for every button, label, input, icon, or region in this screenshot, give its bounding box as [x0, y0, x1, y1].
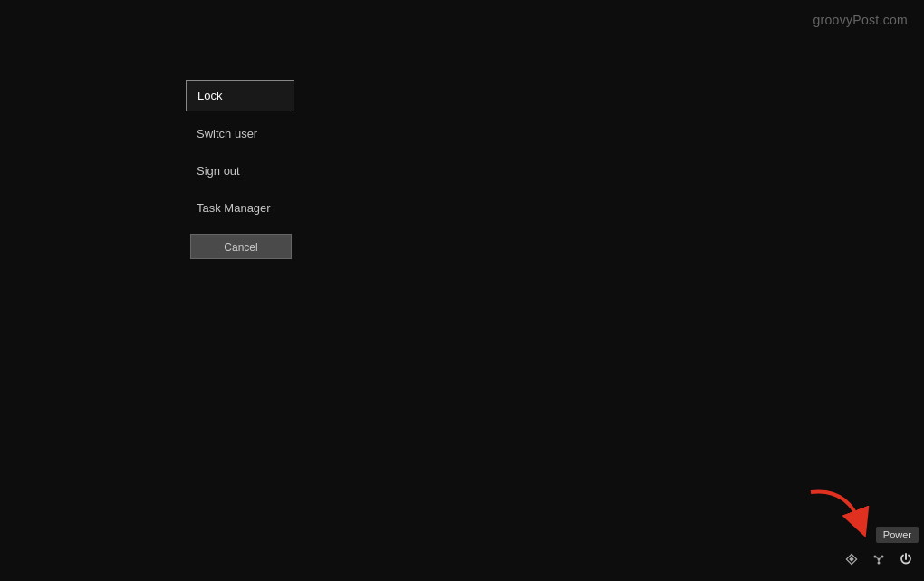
network-icon[interactable] — [866, 547, 891, 572]
cancel-button[interactable]: Cancel — [190, 234, 292, 259]
wifi-icon[interactable] — [839, 547, 864, 572]
red-arrow — [802, 483, 874, 541]
menu-separator-1 — [186, 111, 294, 119]
context-menu: Lock Switch user Sign out Task Manager — [186, 80, 294, 223]
taskbar-icons — [839, 547, 919, 572]
menu-item-sign-out[interactable]: Sign out — [186, 156, 294, 186]
menu-item-lock[interactable]: Lock — [186, 80, 294, 111]
menu-separator-3 — [186, 186, 294, 193]
power-tooltip: Power — [876, 527, 919, 543]
svg-line-7 — [879, 557, 882, 559]
svg-line-6 — [875, 557, 879, 559]
svg-rect-0 — [849, 557, 854, 562]
menu-item-task-manager[interactable]: Task Manager — [186, 193, 294, 223]
watermark: groovyPost.com — [813, 13, 908, 27]
power-icon-button[interactable] — [893, 547, 919, 572]
menu-item-switch-user[interactable]: Switch user — [186, 119, 294, 149]
menu-separator-2 — [186, 149, 294, 156]
